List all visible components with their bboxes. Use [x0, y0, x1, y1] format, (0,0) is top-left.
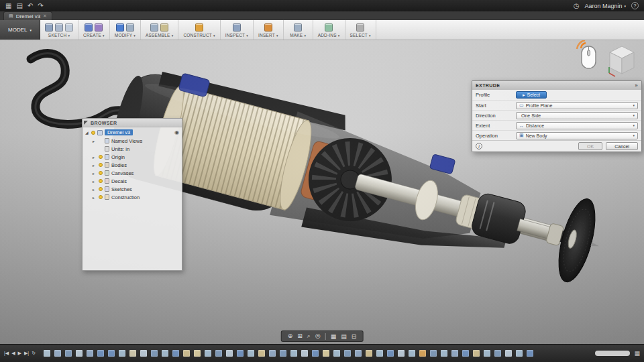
timeline-feature-icon[interactable]	[194, 350, 201, 357]
timeline-feature-icon[interactable]	[172, 350, 179, 357]
timeline-feature-icon[interactable]	[54, 350, 61, 357]
timeline-feature-icon[interactable]	[97, 350, 104, 357]
visibility-bulb-icon[interactable]	[99, 163, 103, 167]
tool-icon[interactable]	[264, 23, 272, 32]
apps-grid-icon[interactable]: ▦	[5, 3, 11, 9]
timeline-feature-icon[interactable]	[344, 350, 351, 357]
timeline-scrollbar[interactable]	[595, 351, 630, 356]
toolbar-group[interactable]: MAKE ▾	[284, 20, 313, 40]
play-button[interactable]: ▶	[18, 351, 21, 356]
browser-tree-item[interactable]: ▸ Named Views	[83, 137, 182, 145]
timeline-feature-icon[interactable]	[162, 350, 168, 357]
toolbar-group[interactable]: SKETCH ▾	[40, 20, 78, 40]
browser-header[interactable]: BROWSER	[83, 119, 182, 127]
expander-icon[interactable]: ▸	[93, 187, 97, 192]
visibility-bulb-icon[interactable]	[99, 171, 103, 175]
fit-view-icon[interactable]: ⊕	[288, 333, 293, 340]
browser-tree-item[interactable]: ▸ Units: in	[83, 145, 182, 153]
dropdown-field[interactable]: ▣ New Body ▾	[516, 132, 638, 139]
redo-icon[interactable]: ↷	[38, 3, 43, 9]
timeline-feature-icon[interactable]	[494, 350, 501, 357]
viewports-icon[interactable]: ⊟	[352, 333, 357, 340]
tool-icon[interactable]	[116, 23, 124, 32]
timeline-feature-icon[interactable]	[505, 350, 512, 357]
timeline-feature-icon[interactable]	[129, 350, 136, 357]
timeline-feature-icon[interactable]	[376, 350, 383, 357]
document-tab[interactable]: ▤ Dremel v3 ✕	[3, 11, 52, 20]
tool-icon[interactable]	[55, 23, 63, 32]
browser-tree-item[interactable]: ▸ Construction	[83, 193, 182, 201]
tool-icon[interactable]	[195, 23, 203, 32]
timeline-feature-icon[interactable]	[237, 350, 244, 357]
toolbar-group[interactable]: CONSTRUCT ▾	[178, 20, 220, 40]
visibility-bulb-icon[interactable]	[91, 131, 95, 135]
timeline-feature-icon[interactable]	[215, 350, 222, 357]
expander-icon[interactable]: ▸	[93, 163, 97, 168]
view-cube[interactable]	[605, 42, 639, 81]
dropdown-field[interactable]: ▭ Profile Plane ▾	[516, 102, 638, 109]
timeline-feature-icon[interactable]	[527, 350, 533, 357]
display-settings-icon[interactable]: ▦	[331, 333, 337, 340]
tool-icon[interactable]	[85, 23, 93, 32]
toolbar-group[interactable]: ASSEMBLE ▾	[141, 20, 178, 40]
timeline-feature-icon[interactable]	[355, 350, 362, 357]
toolbar-group[interactable]: INSERT ▾	[254, 20, 284, 40]
expander-icon[interactable]: ▸	[93, 155, 97, 160]
timeline-feature-icon[interactable]	[248, 350, 254, 357]
timeline-feature-icon[interactable]	[451, 350, 458, 357]
extrude-dialog-header[interactable]: EXTRUDE »	[472, 81, 641, 90]
toolbar-group[interactable]: INSPECT ▾	[221, 20, 254, 40]
tool-icon[interactable]	[294, 23, 302, 32]
undo-icon[interactable]: ↶	[28, 3, 33, 9]
visibility-bulb-icon[interactable]	[99, 195, 103, 199]
browser-tree-item[interactable]: ▸ Canvases	[83, 169, 182, 177]
visibility-bulb-icon[interactable]	[99, 155, 103, 159]
tool-icon[interactable]	[65, 23, 73, 32]
browser-root-row[interactable]: ◢ Dremel v3 ◉	[83, 127, 182, 137]
expander-icon[interactable]: ▸	[93, 171, 97, 176]
data-panel-icon[interactable]: ▤	[16, 3, 22, 9]
timeline-feature-icon[interactable]	[183, 350, 190, 357]
visibility-bulb-icon[interactable]	[99, 179, 103, 183]
timeline-feature-icon[interactable]	[387, 350, 394, 357]
timeline-feature-icon[interactable]	[140, 350, 147, 357]
timeline-feature-icon[interactable]	[323, 350, 329, 357]
close-icon[interactable]: ✕	[43, 13, 47, 19]
timeline-feature-icon[interactable]	[333, 350, 340, 357]
timeline-feature-icon[interactable]	[473, 350, 480, 357]
browser-tree-item[interactable]: ▸ Bodies	[83, 161, 182, 169]
browser-tree-item[interactable]: ▸ Decals	[83, 177, 182, 185]
dropdown-field[interactable]: One Side ▾	[516, 112, 638, 119]
timeline-feature-icon[interactable]	[151, 350, 158, 357]
timeline-feature-icon[interactable]	[226, 350, 233, 357]
browser-tree-item[interactable]: ▸ Origin	[83, 153, 182, 161]
timeline-feature-icon[interactable]	[516, 350, 523, 357]
timeline-feature-icon[interactable]	[108, 350, 115, 357]
help-icon[interactable]: ?	[631, 2, 639, 9]
ok-button[interactable]: OK	[578, 142, 602, 150]
timeline-feature-icon[interactable]	[280, 350, 286, 357]
timeline-feature-icon[interactable]	[301, 350, 308, 357]
skip-to-end-button[interactable]: ▶|	[24, 351, 29, 356]
tool-icon[interactable]	[325, 23, 333, 32]
activate-radio-icon[interactable]: ◉	[174, 129, 179, 135]
dropdown-field[interactable]: ↔ Distance ▾	[516, 122, 638, 129]
skip-to-start-button[interactable]: |◀	[4, 351, 9, 356]
expander-icon[interactable]: ▸	[93, 139, 97, 143]
timeline-feature-icon[interactable]	[87, 350, 93, 357]
timeline-feature-icon[interactable]	[205, 350, 211, 357]
visibility-bulb-icon[interactable]	[99, 187, 103, 191]
timeline-feature-icon[interactable]	[119, 350, 125, 357]
select-profile-button[interactable]: ▸ Select	[516, 91, 547, 99]
zoom-icon[interactable]: ⌕	[307, 333, 311, 340]
info-icon[interactable]: i	[476, 143, 482, 149]
orbit-icon[interactable]: ◎	[315, 333, 321, 340]
timeline-feature-icon[interactable]	[419, 350, 426, 357]
timeline-feature-icon[interactable]	[430, 350, 437, 357]
toolbar-group[interactable]: SELECT ▾	[345, 20, 376, 40]
tool-icon[interactable]	[95, 23, 103, 32]
timeline-feature-icon[interactable]	[65, 350, 72, 357]
replay-button[interactable]: ↻	[32, 351, 36, 356]
tool-icon[interactable]	[150, 23, 158, 32]
user-menu[interactable]: Aaron Magnin ▾	[584, 3, 626, 9]
